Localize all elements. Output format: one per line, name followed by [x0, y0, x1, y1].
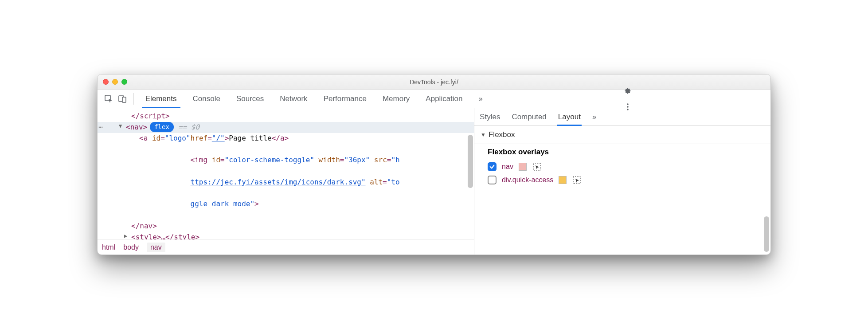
tab-performance[interactable]: Performance	[317, 90, 374, 108]
elements-panel: </script​> ⋯ ▼ <nav> flex == $0 <a id="l…	[98, 108, 474, 255]
dom-row-img[interactable]: <img id="color-scheme-toggle" width="36p…	[98, 144, 474, 221]
overlays-title: Flexbox overlays	[488, 148, 764, 157]
styles-sidebar: Styles Computed Layout » ▼ Flexbox Flexb…	[474, 108, 770, 255]
breadcrumb: html body nav	[98, 239, 474, 255]
settings-gear-icon[interactable]	[621, 84, 635, 98]
tab-console[interactable]: Console	[186, 90, 227, 108]
section-title: Flexbox	[489, 130, 515, 139]
dom-row-script-close[interactable]: </script​>	[98, 111, 474, 122]
tab-styles[interactable]: Styles	[479, 108, 501, 125]
inspect-element-icon[interactable]	[102, 92, 115, 106]
dom-row-a[interactable]: <a id="logo" href="/">Page title</a>	[98, 133, 474, 144]
overlay-row-quick-access: div.quick-access	[488, 175, 764, 185]
tab-elements[interactable]: Elements	[138, 90, 184, 108]
tabs-overflow[interactable]: »	[472, 90, 490, 108]
sidebar-tabs-overflow[interactable]: »	[591, 108, 597, 125]
crumb-body[interactable]: body	[123, 243, 139, 251]
overlay-name[interactable]: div.quick-access	[502, 176, 553, 184]
tab-application[interactable]: Application	[418, 90, 469, 108]
crumb-html[interactable]: html	[102, 243, 115, 251]
minimize-icon[interactable]	[112, 79, 118, 85]
toolbar-divider	[133, 93, 134, 105]
maximize-icon[interactable]	[121, 79, 127, 85]
flexbox-overlays: Flexbox overlays nav	[474, 144, 770, 195]
dom-row-nav[interactable]: ⋯ ▼ <nav> flex == $0	[98, 122, 474, 133]
tab-sources[interactable]: Sources	[229, 90, 271, 108]
overlay-checkbox[interactable]	[488, 176, 497, 184]
main-toolbar: Elements Console Sources Network Perform…	[98, 90, 770, 108]
svg-point-4	[627, 106, 629, 108]
tab-computed[interactable]: Computed	[511, 108, 547, 125]
section-collapse-icon[interactable]: ▼	[481, 132, 486, 138]
scrollbar[interactable]	[764, 216, 769, 252]
overlay-row-nav: nav	[488, 162, 764, 172]
devtools-window: DevTools - jec.fyi/ Elements Console Sou…	[97, 74, 771, 255]
sidebar-tabs: Styles Computed Layout »	[474, 108, 770, 126]
selected-indicator: == $0	[178, 122, 199, 133]
highlight-icon[interactable]	[532, 162, 542, 172]
collapse-arrow-icon[interactable]: ▶	[124, 232, 129, 239]
content-panes: </script​> ⋯ ▼ <nav> flex == $0 <a id="l…	[98, 108, 770, 255]
color-swatch[interactable]	[519, 163, 527, 171]
panel-tabs: Elements Console Sources Network Perform…	[138, 90, 490, 108]
tab-memory[interactable]: Memory	[375, 90, 417, 108]
overlay-name[interactable]: nav	[502, 163, 513, 171]
svg-rect-2	[122, 97, 126, 102]
crumb-nav[interactable]: nav	[147, 243, 165, 252]
ellipsis-icon[interactable]: ⋯	[98, 122, 104, 133]
flexbox-section[interactable]: ▼ Flexbox	[474, 126, 770, 144]
scrollbar[interactable]	[468, 135, 473, 192]
tab-network[interactable]: Network	[273, 90, 314, 108]
highlight-icon[interactable]	[572, 175, 582, 185]
tab-layout[interactable]: Layout	[557, 108, 582, 125]
expand-arrow-icon[interactable]: ▼	[119, 122, 124, 130]
traffic-lights	[103, 79, 127, 85]
dom-tree[interactable]: </script​> ⋯ ▼ <nav> flex == $0 <a id="l…	[98, 108, 474, 239]
dom-row-style[interactable]: ▶<style>…</style>	[98, 232, 474, 239]
device-toolbar-icon[interactable]	[115, 92, 129, 106]
close-icon[interactable]	[103, 79, 109, 85]
overlay-checkbox[interactable]	[488, 162, 497, 171]
color-swatch[interactable]	[559, 176, 567, 184]
dom-row-nav-close[interactable]: </nav>	[98, 221, 474, 232]
svg-point-3	[627, 103, 629, 105]
flex-badge[interactable]: flex	[150, 122, 174, 133]
